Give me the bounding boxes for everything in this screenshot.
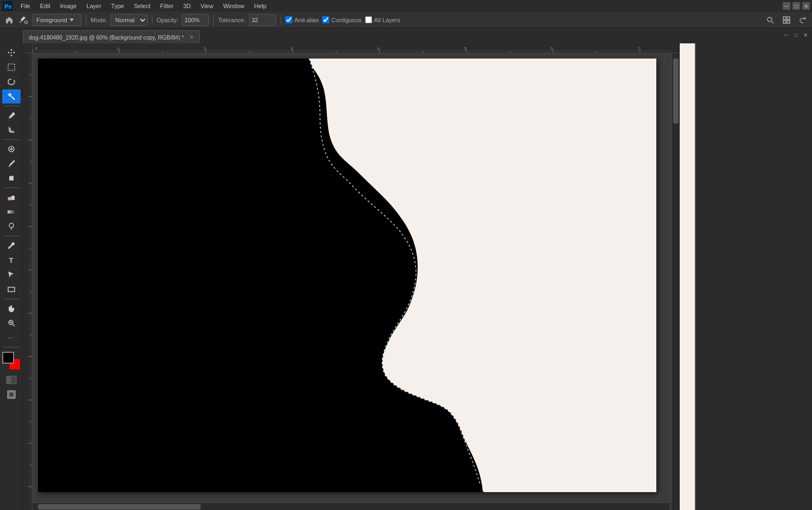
svg-rect-27 [8, 287, 15, 292]
all-layers-label: All Layers [374, 17, 400, 23]
color-swatches[interactable] [2, 352, 21, 370]
menu-help[interactable]: Help [250, 2, 271, 10]
anti-alias-checkbox[interactable] [285, 16, 292, 23]
brush-tool[interactable] [2, 157, 21, 171]
menu-view[interactable]: View [196, 2, 218, 10]
all-layers-checkbox[interactable] [365, 16, 372, 23]
document-tab-title: dog-4180480_1920.jpg @ 60% (Background c… [29, 34, 184, 41]
svg-text:4: 4 [377, 46, 380, 51]
svg-point-2 [24, 21, 28, 24]
lasso-tool[interactable] [2, 75, 21, 89]
more-tools[interactable]: ··· [2, 331, 21, 345]
menu-edit[interactable]: Edit [36, 2, 55, 10]
app-logo: Ps [2, 1, 13, 11]
svg-rect-33 [11, 376, 16, 384]
maximize-button[interactable]: □ [792, 2, 800, 10]
tab-minimize-button[interactable]: ─ [782, 30, 790, 39]
canvas-right-edge [680, 43, 696, 510]
canvas-image [38, 59, 656, 492]
home-icon[interactable] [3, 14, 15, 26]
tool-preset-picker[interactable] [18, 15, 29, 25]
tab-maximize-button[interactable]: □ [791, 30, 800, 39]
svg-text:6: 6 [551, 46, 553, 51]
clone-stamp-tool[interactable] [2, 171, 21, 185]
menu-bar: Ps File Edit Image Layer Type Select Fil… [0, 0, 812, 12]
pen-tool[interactable] [2, 238, 21, 253]
mode-select[interactable]: Normal Multiply Screen [111, 14, 148, 26]
arrange-icon[interactable] [781, 14, 792, 26]
vertical-scrollbar[interactable] [672, 53, 679, 502]
svg-rect-36 [9, 392, 14, 397]
svg-rect-8 [787, 21, 790, 23]
menu-filter[interactable]: Filter [156, 2, 177, 10]
eyedropper-tool[interactable] [2, 108, 21, 122]
toolbox: T [0, 43, 23, 510]
menu-layer[interactable]: Layer [82, 2, 106, 10]
tool-separator-3 [4, 188, 19, 188]
menu-type[interactable]: Type [107, 2, 129, 10]
svg-line-10 [11, 96, 15, 100]
contiguous-checkbox[interactable] [322, 16, 329, 23]
svg-line-17 [10, 95, 11, 96]
svg-rect-23 [11, 196, 15, 200]
svg-point-28 [9, 320, 13, 325]
path-select-tool[interactable] [2, 268, 21, 282]
selection-tool[interactable] [2, 60, 21, 74]
svg-text:1: 1 [117, 46, 119, 51]
zoom-tool[interactable] [2, 316, 21, 330]
svg-line-29 [12, 324, 15, 326]
eraser-tool[interactable] [2, 190, 21, 204]
screen-mode-button[interactable] [2, 388, 21, 402]
tolerance-label: Tolerance: [218, 17, 246, 23]
svg-point-25 [9, 223, 14, 228]
document-canvas[interactable] [38, 59, 656, 492]
dodge-tool[interactable] [2, 220, 21, 234]
main-layout: T [0, 43, 812, 510]
svg-rect-5 [783, 17, 786, 20]
tab-close-btn[interactable]: ✕ [801, 30, 810, 39]
ruler-corner [23, 43, 33, 53]
separator2 [152, 15, 152, 25]
options-right-icons [764, 14, 809, 26]
right-panel [679, 43, 812, 510]
shape-tool[interactable] [2, 282, 21, 296]
menu-image[interactable]: Image [56, 2, 81, 10]
close-button[interactable]: ✕ [802, 2, 810, 10]
share-icon[interactable] [797, 14, 809, 26]
foreground-dropdown[interactable]: Foreground [33, 14, 81, 26]
menu-3d[interactable]: 3D [179, 2, 195, 10]
move-tool[interactable] [2, 46, 21, 60]
menu-file[interactable]: File [16, 2, 35, 10]
opacity-input[interactable] [182, 14, 209, 26]
gradient-tool[interactable] [2, 205, 21, 219]
opacity-label: Opacity: [157, 17, 178, 23]
magic-wand-tool[interactable] [2, 89, 21, 104]
contiguous-group: Contiguous [322, 16, 362, 23]
hand-tool[interactable] [2, 301, 21, 315]
svg-text:0: 0 [23, 70, 24, 73]
minimize-button[interactable]: ─ [783, 2, 790, 10]
svg-text:5: 5 [464, 46, 466, 51]
svg-rect-7 [783, 21, 786, 23]
all-layers-group: All Layers [365, 16, 400, 23]
separator [86, 15, 86, 25]
svg-line-4 [772, 22, 773, 23]
separator3 [213, 15, 214, 25]
zoom-icon[interactable] [764, 14, 776, 26]
healing-brush-tool[interactable] [2, 142, 21, 156]
svg-rect-9 [8, 64, 15, 70]
crop-tool[interactable] [2, 123, 21, 137]
tool-separator-2 [4, 139, 19, 140]
svg-point-3 [768, 17, 772, 22]
menu-window[interactable]: Window [219, 2, 248, 10]
edit-quick-mask-button[interactable] [2, 373, 21, 387]
document-tab[interactable]: dog-4180480_1920.jpg @ 60% (Background c… [23, 30, 200, 43]
tab-close-button[interactable]: ✕ [189, 34, 194, 40]
type-tool[interactable]: T [2, 253, 21, 267]
foreground-color-swatch[interactable] [2, 352, 14, 364]
horizontal-scrollbar[interactable] [33, 502, 669, 510]
tolerance-input[interactable] [249, 14, 276, 26]
menu-select[interactable]: Select [130, 2, 155, 10]
canvas-container: 0 1 2 3 4 5 6 7 [23, 43, 679, 510]
canvas-wrap [33, 53, 669, 510]
